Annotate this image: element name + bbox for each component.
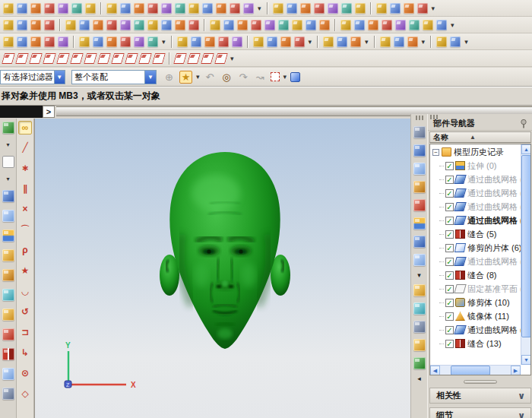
toolbar-icon[interactable] xyxy=(337,36,347,47)
feature-emboss-icon[interactable] xyxy=(413,339,426,351)
toolbar-icon[interactable] xyxy=(404,3,414,14)
curve-spline-icon[interactable]: ρ xyxy=(18,244,32,258)
feature-checkbox[interactable]: ✓ xyxy=(445,244,454,252)
rotate-view-icon[interactable]: ↝ xyxy=(254,71,267,83)
feature-shell-icon[interactable] xyxy=(413,321,426,333)
tree-row[interactable]: ✓修剪体 (10) xyxy=(430,296,521,309)
chevron-down-icon[interactable]: ▼ xyxy=(144,71,156,84)
snap-circle-icon[interactable]: ◎ xyxy=(220,71,233,83)
feature-flange-icon[interactable] xyxy=(413,181,426,193)
dropdown-caret-icon[interactable]: ▾ xyxy=(364,38,369,46)
toolbar-icon[interactable] xyxy=(395,20,406,30)
feature-offset-icon[interactable] xyxy=(413,236,426,248)
toolbar-icon[interactable] xyxy=(237,20,248,30)
toolbar-icon[interactable] xyxy=(56,53,70,64)
curve-circle-icon[interactable]: ⊙ xyxy=(18,367,32,381)
toolbar-icon[interactable] xyxy=(273,3,283,14)
toolbar-icon[interactable] xyxy=(264,20,275,30)
feature-checkbox[interactable]: ✓ xyxy=(445,312,454,321)
toolbar-icon[interactable] xyxy=(376,3,387,14)
layer-tool-icon[interactable] xyxy=(2,388,14,400)
feature-patch-icon[interactable] xyxy=(413,302,426,315)
collapse-caret-icon[interactable]: ◂ xyxy=(417,375,421,382)
toolbar-icon[interactable] xyxy=(450,36,461,47)
curve-mirror-icon[interactable]: ↺ xyxy=(18,306,32,319)
dropdown-caret-icon[interactable]: ▾ xyxy=(230,55,235,62)
dropdown-caret-icon[interactable]: ▾ xyxy=(450,21,455,29)
toolbar-icon[interactable] xyxy=(341,3,352,14)
toolbar-icon[interactable] xyxy=(138,53,152,64)
toolbar-icon[interactable] xyxy=(30,20,41,30)
toolbar-icon[interactable] xyxy=(65,20,76,30)
tree-row[interactable]: ✓镜像体 (11) xyxy=(430,309,521,323)
feature-checkbox[interactable]: ✓ xyxy=(445,271,454,280)
feature-checkbox[interactable]: ✓ xyxy=(445,189,454,198)
toolbar-icon[interactable] xyxy=(3,36,14,47)
toolbar-icon[interactable] xyxy=(30,36,41,47)
splitter-grip[interactable] xyxy=(464,380,497,384)
feature-checkbox[interactable]: ✓ xyxy=(445,285,454,293)
toolbar-icon[interactable] xyxy=(58,3,68,14)
toolbar-icon[interactable] xyxy=(44,3,55,14)
dropdown-caret-icon[interactable]: ▾ xyxy=(431,5,436,12)
toolbar-icon[interactable] xyxy=(120,20,131,30)
tree-row[interactable]: ✓拉伸 (0) xyxy=(430,159,521,173)
toolbar-icon[interactable] xyxy=(188,20,199,30)
curve-line-icon[interactable]: ╱ xyxy=(18,141,32,155)
green-head-model[interactable] xyxy=(149,144,301,372)
feature-checkbox[interactable]: ✓ xyxy=(445,230,454,239)
toolbar-icon[interactable] xyxy=(223,20,234,30)
tree-horizontal-scrollbar[interactable]: ◀ ▶ xyxy=(430,365,521,375)
graphics-viewport[interactable]: Z Y X xyxy=(34,119,410,418)
toolbar-icon[interactable] xyxy=(79,36,90,47)
toolbar-icon[interactable] xyxy=(253,36,264,47)
toolbar-icon[interactable] xyxy=(319,20,330,30)
toolbar-icon[interactable] xyxy=(120,3,131,14)
toolbar-icon[interactable] xyxy=(292,20,302,30)
toolbar-icon[interactable] xyxy=(218,36,229,47)
sweep-tool-icon[interactable] xyxy=(2,309,14,321)
toolbar-icon[interactable] xyxy=(187,53,201,64)
scroll-left-icon[interactable]: ◀ xyxy=(430,366,440,375)
tree-row[interactable]: ✓通过曲线网格 (4) xyxy=(430,214,521,227)
toolbar-icon[interactable] xyxy=(300,3,311,14)
toolbar-icon[interactable] xyxy=(436,36,447,47)
dropdown-caret-icon[interactable]: ▾ xyxy=(308,38,313,46)
feature-checkbox[interactable]: ✓ xyxy=(445,162,454,170)
toolbar-icon[interactable] xyxy=(350,36,361,47)
toolbar-icon[interactable] xyxy=(278,20,289,30)
toolbar-icon[interactable] xyxy=(152,53,166,64)
feature-sweep-icon[interactable] xyxy=(413,163,426,175)
toolbar-icon[interactable] xyxy=(161,20,172,30)
section-details[interactable]: 细节 ∨ xyxy=(429,407,531,418)
toolbar-icon[interactable] xyxy=(134,20,144,30)
curve-trim-icon[interactable]: × xyxy=(18,203,32,217)
datum-plane-tool-icon[interactable] xyxy=(2,156,14,168)
toolbar-icon[interactable] xyxy=(85,3,96,14)
toolbar-icon[interactable] xyxy=(314,3,325,14)
sort-ascending-icon[interactable]: ▲ xyxy=(448,134,476,141)
block-tool-icon[interactable] xyxy=(2,289,14,301)
toolbar-icon[interactable] xyxy=(134,36,144,47)
toolbar-icon[interactable] xyxy=(44,20,55,30)
selection-filter-dropdown[interactable]: 有选择过滤器 ▼ xyxy=(0,70,65,84)
toolbar-icon[interactable] xyxy=(340,20,351,30)
toolbar-icon[interactable] xyxy=(106,20,117,30)
feature-checkbox[interactable]: ✓ xyxy=(445,203,454,211)
toolbar-icon[interactable] xyxy=(161,3,172,14)
toolbar-icon[interactable] xyxy=(380,36,391,47)
scroll-right-icon[interactable]: ▶ xyxy=(511,366,521,375)
tree-row[interactable]: ✓缝合 (5) xyxy=(430,227,521,241)
tree-row[interactable]: ✓修剪的片体 (6) xyxy=(430,241,521,255)
panel-splitter[interactable] xyxy=(429,378,531,385)
chevron-down-icon[interactable]: ▼ xyxy=(54,71,65,84)
toolbar-icon[interactable] xyxy=(84,53,97,64)
toolbar-icon[interactable] xyxy=(120,36,131,47)
solid-cube-icon[interactable] xyxy=(290,72,300,82)
scroll-up-icon[interactable]: ▲ xyxy=(521,144,531,154)
curve-polygon-icon[interactable]: ◇ xyxy=(18,388,32,401)
dropdown-caret-icon[interactable]: ▾ xyxy=(6,141,9,148)
feature-checkbox[interactable]: ✓ xyxy=(445,176,454,184)
panel-grip-icon[interactable] xyxy=(430,115,438,119)
toolbar-icon[interactable] xyxy=(417,3,428,14)
